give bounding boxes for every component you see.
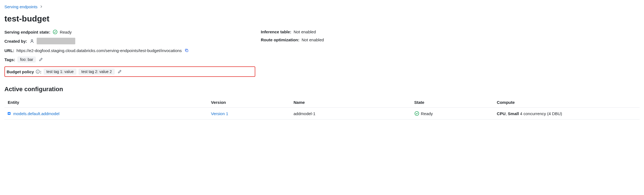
version-link[interactable]: Version 1 xyxy=(211,111,228,116)
budget-tag-chip: test tag 1: value xyxy=(44,69,76,75)
table-row: models.default.addmodel Version 1 addmod… xyxy=(4,108,640,120)
budget-policy-label: Budget policy xyxy=(7,69,34,74)
copy-icon[interactable] xyxy=(184,48,189,53)
state-cell-value: Ready xyxy=(421,111,433,116)
created-by-row: Created by: xyxy=(4,38,255,44)
name-cell: addmodel-1 xyxy=(290,108,411,120)
compute-sep: , xyxy=(506,111,508,116)
svg-point-1 xyxy=(31,39,33,41)
inference-label: Inference table: xyxy=(261,29,291,34)
tag-chip: foo: bar xyxy=(17,56,36,63)
inference-value: Not enabled xyxy=(294,29,316,34)
url-label: URL: xyxy=(4,48,14,53)
compute-rest: 4 concurrency (4 DBU) xyxy=(519,111,562,116)
section-title: Active configuration xyxy=(4,86,640,93)
info-icon[interactable] xyxy=(36,69,40,74)
th-state: State xyxy=(411,97,494,108)
created-by-label: Created by: xyxy=(4,39,27,44)
budget-policy-colon: : xyxy=(40,69,41,74)
state-value: Ready xyxy=(60,30,72,34)
url-row: URL: https://e2-dogfood.staging.cloud.da… xyxy=(4,48,255,53)
pencil-icon[interactable] xyxy=(117,69,122,74)
route-label: Route optimization: xyxy=(261,37,299,42)
tags-label: Tags: xyxy=(4,57,15,62)
state-label: Serving endpoint state: xyxy=(4,30,50,34)
active-config-table: Entity Version Name State Compute models… xyxy=(4,97,640,120)
user-icon xyxy=(29,39,34,44)
budget-tag-chip: test tag 2: value 2 xyxy=(79,69,115,75)
check-circle-icon xyxy=(53,29,58,34)
budget-policy-highlight: Budget policy : test tag 1: value test t… xyxy=(4,66,255,77)
breadcrumb: Serving endpoints xyxy=(4,4,640,9)
th-name: Name xyxy=(290,97,411,108)
breadcrumb-parent-link[interactable]: Serving endpoints xyxy=(4,4,37,9)
entity-square-icon xyxy=(8,112,10,115)
route-row: Route optimization: Not enabled xyxy=(261,37,640,42)
pencil-icon[interactable] xyxy=(38,57,44,62)
url-value: https://e2-dogfood.staging.cloud.databri… xyxy=(17,48,182,53)
th-compute: Compute xyxy=(493,97,640,108)
inference-row: Inference table: Not enabled xyxy=(261,29,640,34)
tags-row: Tags: foo: bar xyxy=(4,56,255,63)
th-entity: Entity xyxy=(4,97,208,108)
route-value: Not enabled xyxy=(302,37,324,42)
svg-rect-2 xyxy=(186,50,188,52)
compute-size: Small xyxy=(508,111,519,116)
chevron-right-icon xyxy=(40,4,43,9)
created-by-redacted xyxy=(37,38,75,44)
page-title: test-budget xyxy=(4,14,640,23)
th-version: Version xyxy=(208,97,290,108)
state-row: Serving endpoint state: Ready xyxy=(4,29,255,34)
entity-link[interactable]: models.default.addmodel xyxy=(13,111,60,116)
compute-cell: CPU, Small 4 concurrency (4 DBU) xyxy=(493,108,640,120)
check-circle-icon xyxy=(414,111,419,116)
svg-point-4 xyxy=(38,71,38,71)
compute-cpu: CPU xyxy=(497,111,506,116)
